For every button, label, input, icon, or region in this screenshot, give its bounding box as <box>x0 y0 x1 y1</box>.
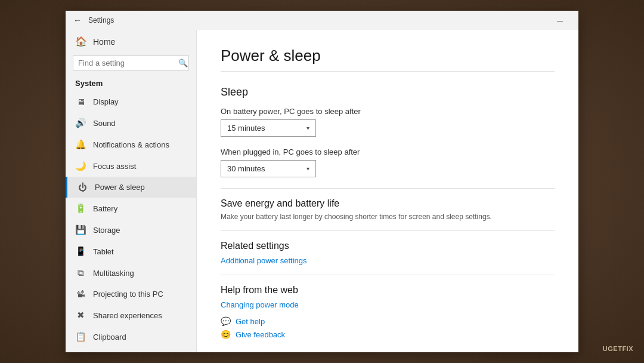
help-from-web-title: Help from the web <box>221 285 555 296</box>
focus-assist-icon: 🌙 <box>75 161 86 171</box>
sidebar-label-tablet: Tablet <box>93 247 114 256</box>
main-content: Power & sleep Sleep On battery power, PC… <box>197 30 578 352</box>
titlebar: ← Settings — <box>66 11 578 30</box>
changing-power-mode-link[interactable]: Changing power mode <box>221 300 555 309</box>
sidebar-label-display: Display <box>93 97 119 106</box>
power-sleep-icon: ⏻ <box>77 182 88 192</box>
sidebar-item-home[interactable]: 🏠 Home <box>66 30 196 53</box>
projecting-icon: 📽 <box>75 289 86 299</box>
titlebar-controls: — <box>546 11 574 30</box>
battery-icon: 🔋 <box>75 203 86 214</box>
sidebar-label-multitasking: Multitasking <box>93 269 134 278</box>
tablet-icon: 📱 <box>75 246 86 257</box>
divider-3 <box>221 275 555 275</box>
sidebar-item-sound[interactable]: 🔊 Sound <box>66 112 196 134</box>
get-help-link[interactable]: Get help <box>236 317 265 326</box>
sidebar-item-display[interactable]: 🖥 Display <box>66 91 196 112</box>
sidebar-item-battery[interactable]: 🔋 Battery <box>66 198 196 219</box>
sidebar-item-tablet[interactable]: 📱 Tablet <box>66 241 196 262</box>
sidebar-label-notifications: Notifications & actions <box>93 140 169 149</box>
plugged-setting-label: When plugged in, PC goes to sleep after <box>221 147 555 156</box>
give-feedback-icon: 😊 <box>221 330 231 339</box>
save-energy-description: Make your battery last longer by choosin… <box>221 213 555 221</box>
get-help-icon: 💬 <box>221 316 231 326</box>
plugged-sleep-dropdown[interactable]: 30 minutes ▾ <box>221 160 316 177</box>
give-feedback-item: 😊 Give feedback <box>221 330 555 339</box>
search-icon: 🔍 <box>178 59 188 67</box>
sidebar-item-notifications[interactable]: 🔔 Notifications & actions <box>66 134 196 155</box>
divider-1 <box>221 188 555 189</box>
sidebar-item-projecting[interactable]: 📽 Projecting to this PC <box>66 284 196 304</box>
sidebar-label-projecting: Projecting to this PC <box>93 290 163 299</box>
watermark: UGETFIX <box>603 345 633 352</box>
search-box[interactable]: 🔍 <box>73 56 189 70</box>
sound-icon: 🔊 <box>75 118 86 128</box>
settings-window: ← Settings — 🏠 Home 🔍 System 🖥 Display 🔊 <box>66 11 578 352</box>
sidebar-item-multitasking[interactable]: ⧉ Multitasking <box>66 262 196 284</box>
battery-sleep-dropdown[interactable]: 15 minutes ▾ <box>221 119 316 137</box>
system-section-label: System <box>66 75 196 91</box>
page-title: Power & sleep <box>221 47 555 72</box>
notifications-icon: 🔔 <box>75 139 86 150</box>
sidebar-label-battery: Battery <box>93 204 117 213</box>
sidebar: 🏠 Home 🔍 System 🖥 Display 🔊 Sound 🔔 Noti… <box>66 30 197 352</box>
get-help-item: 💬 Get help <box>221 316 555 326</box>
home-icon: 🏠 <box>75 36 87 47</box>
sidebar-item-storage[interactable]: 💾 Storage <box>66 219 196 241</box>
battery-sleep-value: 15 minutes <box>227 124 265 133</box>
multitasking-icon: ⧉ <box>75 267 86 278</box>
additional-power-settings-link[interactable]: Additional power settings <box>221 256 555 265</box>
content-area: 🏠 Home 🔍 System 🖥 Display 🔊 Sound 🔔 Noti… <box>66 30 578 352</box>
shared-icon: ✖ <box>75 310 86 321</box>
sidebar-item-clipboard[interactable]: 📋 Clipboard <box>66 326 196 347</box>
sidebar-label-sound: Sound <box>93 119 116 128</box>
battery-dropdown-arrow: ▾ <box>306 125 309 131</box>
storage-icon: 💾 <box>75 224 86 235</box>
plugged-dropdown-arrow: ▾ <box>306 165 309 172</box>
plugged-sleep-value: 30 minutes <box>227 164 265 173</box>
sidebar-label-clipboard: Clipboard <box>93 333 126 342</box>
display-icon: 🖥 <box>75 97 86 107</box>
battery-setting-label: On battery power, PC goes to sleep after <box>221 107 555 116</box>
home-label: Home <box>93 37 115 47</box>
sidebar-label-storage: Storage <box>93 226 120 235</box>
minimize-button[interactable]: — <box>546 11 574 30</box>
clipboard-icon: 📋 <box>75 331 86 342</box>
give-feedback-link[interactable]: Give feedback <box>236 330 285 339</box>
sleep-section-title: Sleep <box>221 86 555 99</box>
titlebar-title: Settings <box>88 16 114 24</box>
save-energy-title: Save energy and battery life <box>221 198 555 209</box>
back-button[interactable]: ← <box>70 13 85 27</box>
sidebar-item-power-sleep[interactable]: ⏻ Power & sleep <box>66 177 196 198</box>
related-settings-title: Related settings <box>221 241 555 251</box>
sidebar-label-shared: Shared experiences <box>93 311 162 320</box>
sidebar-item-shared[interactable]: ✖ Shared experiences <box>66 304 196 326</box>
sidebar-label-focus-assist: Focus assist <box>93 162 136 171</box>
sidebar-label-power-sleep: Power & sleep <box>95 183 145 192</box>
divider-2 <box>221 230 555 231</box>
sidebar-item-focus-assist[interactable]: 🌙 Focus assist <box>66 155 196 177</box>
search-input[interactable] <box>78 59 178 67</box>
